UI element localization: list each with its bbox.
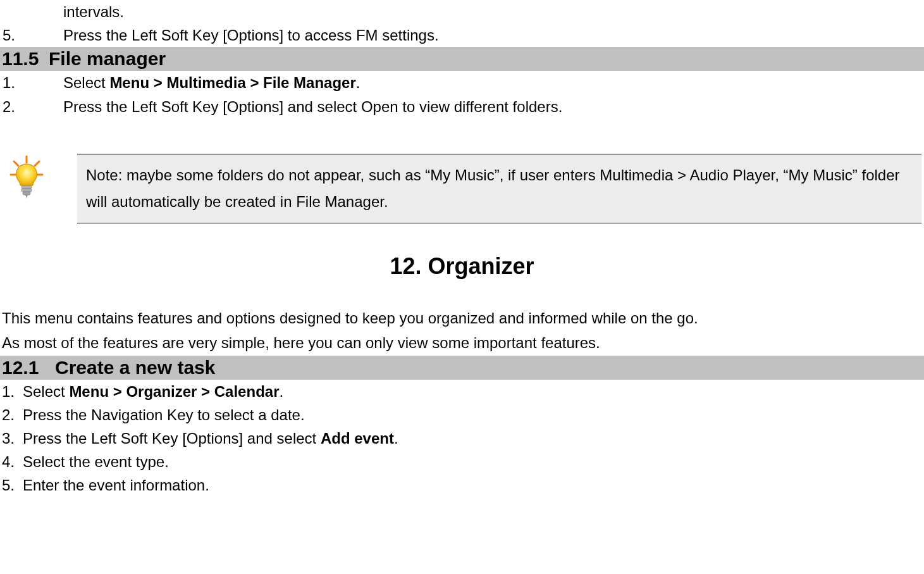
list-number: 5. <box>0 23 63 47</box>
chapter-heading-12: 12. Organizer <box>0 249 924 284</box>
section-title: Create a new task <box>55 357 215 378</box>
previous-section-fragment: intervals. <box>0 0 924 23</box>
list-number: 2. <box>0 403 23 427</box>
list-number: 2. <box>0 95 63 118</box>
note-text: Note: maybe some folders do not appear, … <box>86 166 900 210</box>
list-text: Select Menu > Organizer > Calendar. <box>23 380 924 403</box>
section-number: 12.1 <box>2 356 55 379</box>
list-text: Press the Left Soft Key [Options] and se… <box>63 95 924 118</box>
list-number: 1. <box>0 380 23 403</box>
list-item: 5. Press the Left Soft Key [Options] to … <box>0 23 924 47</box>
section-heading-11-5: 11.5File manager <box>0 47 924 71</box>
svg-line-2 <box>35 161 39 166</box>
list-number: 3. <box>0 427 23 450</box>
list-item: 3. Press the Left Soft Key [Options] and… <box>0 427 924 450</box>
lightbulb-icon <box>8 154 46 201</box>
section-number: 11.5 <box>2 47 49 70</box>
section-title: File manager <box>49 48 166 69</box>
list-number: 1. <box>0 71 63 94</box>
list-text: Press the Navigation Key to select a dat… <box>23 403 924 427</box>
svg-rect-5 <box>22 185 32 189</box>
chapter-intro: This menu contains features and options … <box>0 306 924 331</box>
svg-rect-7 <box>23 192 30 195</box>
svg-rect-6 <box>22 189 32 192</box>
list-item: 1. Select Menu > Organizer > Calendar. <box>0 380 924 403</box>
list-item: 1. Select Menu > Multimedia > File Manag… <box>0 71 924 94</box>
section-heading-12-1: 12.1Create a new task <box>0 356 924 380</box>
list-text: Select Menu > Multimedia > File Manager. <box>63 71 924 94</box>
chapter-intro: As most of the features are very simple,… <box>0 330 924 356</box>
list-item: 2. Press the Left Soft Key [Options] and… <box>0 95 924 118</box>
note-callout: Note: maybe some folders do not appear, … <box>0 154 924 223</box>
list-text: Select the event type. <box>23 450 924 473</box>
list-text: Press the Left Soft Key [Options] to acc… <box>63 23 924 47</box>
list-number: 4. <box>0 450 23 473</box>
fragment-text: intervals. <box>63 3 124 20</box>
note-box: Note: maybe some folders do not appear, … <box>77 154 921 223</box>
svg-line-1 <box>14 161 18 166</box>
list-item: 4. Select the event type. <box>0 450 924 473</box>
list-text: Press the Left Soft Key [Options] and se… <box>23 427 924 450</box>
list-text: Enter the event information. <box>23 473 924 497</box>
list-item: 5. Enter the event information. <box>0 473 924 497</box>
list-number: 5. <box>0 473 23 497</box>
list-item: 2. Press the Navigation Key to select a … <box>0 403 924 427</box>
